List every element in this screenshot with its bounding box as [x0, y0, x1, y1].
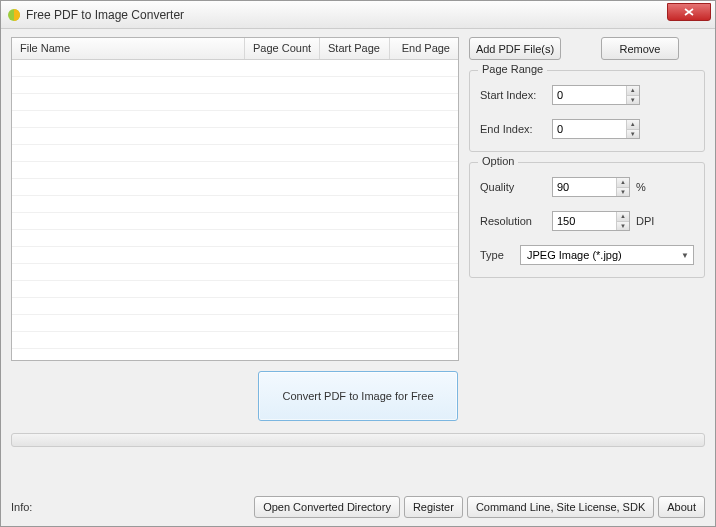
add-pdf-button[interactable]: Add PDF File(s): [469, 37, 561, 60]
start-index-input[interactable]: [553, 86, 626, 104]
table-row: [12, 60, 458, 77]
type-select[interactable]: JPEG Image (*.jpg) ▼: [520, 245, 694, 265]
close-icon: [684, 8, 694, 16]
open-directory-button[interactable]: Open Converted Directory: [254, 496, 400, 518]
table-row: [12, 77, 458, 94]
file-table[interactable]: File Name Page Count Start Page End Page: [11, 37, 459, 361]
table-row: [12, 196, 458, 213]
app-icon: [7, 8, 21, 22]
table-header: File Name Page Count Start Page End Page: [12, 38, 458, 60]
option-group: Option Quality ▲ ▼ % Resolution ▲: [469, 162, 705, 278]
about-button[interactable]: About: [658, 496, 705, 518]
col-start-page[interactable]: Start Page: [320, 38, 390, 59]
status-bar: [11, 433, 705, 447]
spin-up-icon[interactable]: ▲: [617, 178, 629, 188]
table-row: [12, 179, 458, 196]
table-row: [12, 315, 458, 332]
table-row: [12, 94, 458, 111]
convert-button[interactable]: Convert PDF to Image for Free: [258, 371, 458, 421]
type-label: Type: [480, 249, 520, 261]
quality-input[interactable]: [553, 178, 616, 196]
table-row: [12, 128, 458, 145]
table-row: [12, 111, 458, 128]
remove-button[interactable]: Remove: [601, 37, 679, 60]
chevron-down-icon: ▼: [681, 251, 689, 260]
table-row: [12, 213, 458, 230]
type-value: JPEG Image (*.jpg): [527, 249, 622, 261]
table-row: [12, 264, 458, 281]
cmdline-button[interactable]: Command Line, Site License, SDK: [467, 496, 654, 518]
table-row: [12, 332, 458, 349]
spin-up-icon[interactable]: ▲: [627, 86, 639, 96]
info-label: Info:: [11, 501, 32, 513]
quality-spinner[interactable]: ▲ ▼: [552, 177, 630, 197]
quality-unit: %: [636, 181, 646, 193]
page-range-title: Page Range: [478, 63, 547, 75]
table-row: [12, 281, 458, 298]
end-index-input[interactable]: [553, 120, 626, 138]
resolution-label: Resolution: [480, 215, 552, 227]
start-index-label: Start Index:: [480, 89, 552, 101]
spin-down-icon[interactable]: ▼: [617, 188, 629, 197]
table-row: [12, 247, 458, 264]
spin-down-icon[interactable]: ▼: [627, 130, 639, 139]
table-row: [12, 162, 458, 179]
col-page-count[interactable]: Page Count: [245, 38, 320, 59]
end-index-spinner[interactable]: ▲ ▼: [552, 119, 640, 139]
titlebar: Free PDF to Image Converter: [1, 1, 715, 29]
table-row: [12, 145, 458, 162]
quality-label: Quality: [480, 181, 552, 193]
spin-down-icon[interactable]: ▼: [627, 96, 639, 105]
col-file-name[interactable]: File Name: [12, 38, 245, 59]
resolution-unit: DPI: [636, 215, 654, 227]
spin-down-icon[interactable]: ▼: [617, 222, 629, 231]
page-range-group: Page Range Start Index: ▲ ▼ End Index: ▲: [469, 70, 705, 152]
resolution-spinner[interactable]: ▲ ▼: [552, 211, 630, 231]
close-button[interactable]: [667, 3, 711, 21]
resolution-input[interactable]: [553, 212, 616, 230]
spin-up-icon[interactable]: ▲: [617, 212, 629, 222]
register-button[interactable]: Register: [404, 496, 463, 518]
start-index-spinner[interactable]: ▲ ▼: [552, 85, 640, 105]
table-body: [12, 60, 458, 358]
window-title: Free PDF to Image Converter: [26, 8, 184, 22]
table-row: [12, 230, 458, 247]
table-row: [12, 298, 458, 315]
col-end-page[interactable]: End Page: [390, 38, 458, 59]
spin-up-icon[interactable]: ▲: [627, 120, 639, 130]
end-index-label: End Index:: [480, 123, 552, 135]
option-title: Option: [478, 155, 518, 167]
